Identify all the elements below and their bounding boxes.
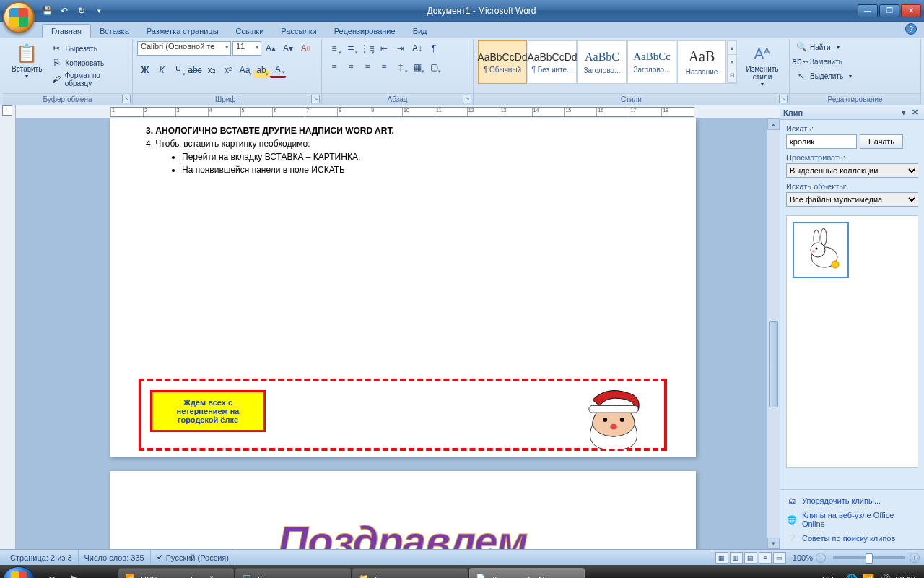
style-normal[interactable]: AaBbCcDd¶ Обычный bbox=[478, 40, 527, 84]
clipboard-dialog-launcher[interactable]: ↘ bbox=[122, 95, 131, 103]
status-language[interactable]: ✔Русский (Россия) bbox=[151, 550, 235, 565]
tab-insert[interactable]: Вставка bbox=[91, 25, 138, 38]
start-button[interactable] bbox=[3, 566, 35, 578]
view-full-screen[interactable]: ▥ bbox=[730, 552, 743, 564]
view-draft[interactable]: ▭ bbox=[773, 552, 786, 564]
style-scroll-down[interactable]: ▾ bbox=[728, 55, 736, 69]
align-left-button[interactable]: ≡ bbox=[326, 59, 342, 75]
tab-mailings[interactable]: Рассылки bbox=[272, 25, 325, 38]
change-case-button[interactable]: Aa bbox=[237, 62, 253, 78]
tab-review[interactable]: Рецензирование bbox=[326, 25, 404, 38]
vertical-scrollbar[interactable]: ▴ ▾ bbox=[767, 118, 780, 549]
bullets-button[interactable]: ≡ bbox=[326, 40, 342, 56]
copy-button[interactable]: ⎘Копировать bbox=[49, 56, 128, 69]
zoom-in-button[interactable]: + bbox=[910, 553, 920, 563]
view-outline[interactable]: ≡ bbox=[759, 552, 772, 564]
yellow-text-box[interactable]: Ждём всех с нетерпением на городской ёлк… bbox=[150, 390, 266, 432]
office-online-link[interactable]: 🌐Клипы на веб-узле Office Online bbox=[786, 509, 918, 530]
style-heading2[interactable]: AaBbCcЗаголово... bbox=[627, 40, 676, 84]
style-expand[interactable]: ⊟ bbox=[728, 69, 736, 83]
indent-inc-button[interactable]: ⇥ bbox=[393, 40, 409, 56]
align-center-button[interactable]: ≡ bbox=[343, 59, 359, 75]
scroll-thumb[interactable] bbox=[769, 321, 778, 407]
qat-more-icon[interactable]: ▾ bbox=[92, 4, 105, 17]
tab-selector[interactable]: L bbox=[2, 105, 12, 116]
collections-select[interactable]: Выделенные коллекции bbox=[786, 163, 918, 178]
select-button[interactable]: ↖Выделить▾ bbox=[794, 69, 853, 82]
status-page[interactable]: Страница: 2 из 3 bbox=[4, 550, 79, 565]
change-styles-button[interactable]: Aᴬ Изменить стили ▾ bbox=[740, 40, 785, 89]
minimize-button[interactable]: — bbox=[858, 4, 878, 17]
clip-result-rabbit[interactable] bbox=[793, 222, 849, 278]
tray-lang[interactable]: RU bbox=[822, 575, 834, 578]
zoom-out-button[interactable]: − bbox=[816, 553, 826, 563]
underline-button[interactable]: Ч bbox=[170, 62, 186, 78]
shrink-font-button[interactable]: A▾ bbox=[280, 40, 296, 56]
styles-dialog-launcher[interactable]: ↘ bbox=[779, 95, 788, 103]
grow-font-button[interactable]: A▴ bbox=[263, 40, 279, 56]
maximize-button[interactable]: ❐ bbox=[879, 4, 899, 17]
types-select[interactable]: Все файлы мультимедиа bbox=[786, 192, 918, 207]
tray-clock[interactable]: 20:18 bbox=[895, 575, 915, 578]
scroll-down-button[interactable]: ▾ bbox=[767, 538, 780, 549]
scroll-up-button[interactable]: ▴ bbox=[767, 118, 780, 130]
zoom-value[interactable]: 100% bbox=[793, 553, 813, 562]
font-dialog-launcher[interactable]: ↘ bbox=[311, 95, 320, 103]
style-heading1[interactable]: AaBbCЗаголово... bbox=[578, 40, 627, 84]
subscript-button[interactable]: x₂ bbox=[204, 62, 219, 78]
borders-button[interactable]: ▢ bbox=[426, 59, 442, 75]
media-player-icon[interactable]: ▶ bbox=[66, 569, 87, 578]
tray-volume-icon[interactable]: 🔊 bbox=[879, 574, 891, 578]
tray-wifi-icon[interactable]: 📶 bbox=[862, 574, 874, 578]
document-page-2[interactable]: Поздравлем bbox=[110, 471, 696, 549]
line-spacing-button[interactable]: ‡ bbox=[393, 59, 409, 75]
search-input[interactable] bbox=[786, 134, 857, 149]
search-go-button[interactable]: Начать bbox=[860, 134, 903, 149]
tab-view[interactable]: Вид bbox=[404, 25, 436, 38]
ie-icon[interactable]: e bbox=[42, 569, 62, 578]
multilevel-button[interactable]: ⋮≡ bbox=[359, 40, 375, 56]
qat-undo-icon[interactable]: ↶ bbox=[58, 4, 71, 17]
office-button[interactable] bbox=[3, 1, 35, 33]
clipart-close-button[interactable]: ✕ bbox=[909, 108, 921, 117]
help-button[interactable]: ? bbox=[905, 23, 917, 35]
clipart-dropdown-icon[interactable]: ▾ bbox=[899, 108, 909, 117]
tray-network-icon[interactable]: 🌐 bbox=[845, 574, 858, 578]
task-word[interactable]: 📄Документ1 - Micros... bbox=[469, 568, 585, 578]
highlight-button[interactable]: ab bbox=[253, 62, 269, 78]
show-desktop-icon[interactable]: ▭ bbox=[91, 569, 111, 578]
wordart-text[interactable]: Поздравлем bbox=[278, 517, 527, 549]
font-color-button[interactable]: A bbox=[270, 62, 286, 78]
clear-format-button[interactable]: Aͯ bbox=[297, 40, 313, 56]
sort-button[interactable]: A↓ bbox=[409, 40, 425, 56]
tray-expand-icon[interactable]: ‹ bbox=[838, 574, 842, 578]
task-usb-modem[interactable]: 📶USB-модем «Билай... bbox=[118, 568, 234, 578]
zoom-slider[interactable] bbox=[833, 556, 905, 559]
style-no-spacing[interactable]: AaBbCcDd¶ Без инте... bbox=[528, 40, 577, 84]
paragraph-dialog-launcher[interactable]: ↘ bbox=[463, 95, 471, 103]
style-title[interactable]: AaBНазвание bbox=[677, 40, 726, 84]
view-web[interactable]: ▤ bbox=[744, 552, 757, 564]
organize-clips-link[interactable]: 🗂Упорядочить клипы... bbox=[786, 493, 918, 509]
tab-page-layout[interactable]: Разметка страницы bbox=[138, 25, 227, 38]
font-size-combo[interactable]: 11 bbox=[232, 41, 261, 56]
justify-button[interactable]: ≡ bbox=[376, 59, 392, 75]
close-button[interactable]: ✕ bbox=[901, 4, 921, 17]
document-page-1[interactable]: 3. АНОЛОГИЧНО ВСТАВТЕ ДРУГИЕ НАДПИСИ WOR… bbox=[110, 118, 696, 457]
qat-redo-icon[interactable]: ↻ bbox=[75, 4, 88, 17]
align-right-button[interactable]: ≡ bbox=[359, 59, 375, 75]
replace-button[interactable]: ab↔Заменить bbox=[794, 55, 844, 68]
strike-button[interactable]: abc bbox=[187, 62, 203, 78]
task-folder[interactable]: 📁Курсы медиков bbox=[352, 568, 468, 578]
format-painter-button[interactable]: 🖌Формат по образцу bbox=[49, 71, 128, 88]
tab-home[interactable]: Главная bbox=[42, 24, 91, 38]
font-name-combo[interactable]: Calibri (Основной те bbox=[137, 41, 231, 56]
qat-save-icon[interactable]: 💾 bbox=[40, 4, 53, 17]
find-button[interactable]: 🔍Найти▾ bbox=[794, 40, 841, 53]
shading-button[interactable]: ▦ bbox=[409, 59, 425, 75]
tab-references[interactable]: Ссылки bbox=[227, 25, 273, 38]
show-marks-button[interactable]: ¶ bbox=[426, 40, 442, 56]
style-scroll-up[interactable]: ▴ bbox=[728, 41, 736, 55]
status-words[interactable]: Число слов: 335 bbox=[79, 550, 151, 565]
italic-button[interactable]: К bbox=[154, 62, 170, 78]
